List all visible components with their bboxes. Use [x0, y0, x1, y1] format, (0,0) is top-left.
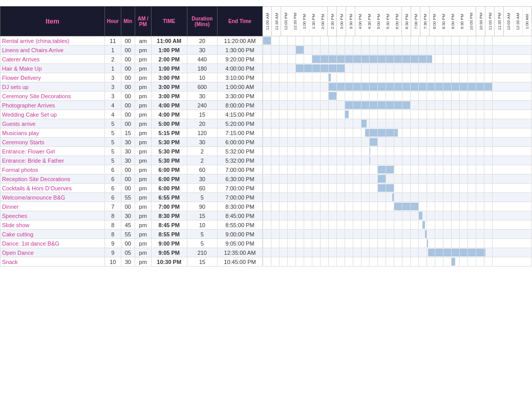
- gantt-cell-3: [263, 64, 532, 73]
- gantt-cell-24: [263, 257, 532, 267]
- gantt-col-19: 8:30 PM: [439, 7, 448, 36]
- gantt-cell-13: [263, 156, 532, 165]
- gantt-bar-14: [377, 166, 394, 173]
- gantt-bar-23: [428, 249, 485, 256]
- gantt-bar-17: [392, 193, 394, 201]
- table-row: Caterer Arrives200pm2:00 PM4409:20:00 PM: [1, 55, 532, 64]
- col-header-duration-mins-: Duration(Mins): [187, 7, 217, 36]
- gantt-col-21: 9:30 PM: [457, 7, 466, 36]
- gantt-bar-11: [369, 138, 377, 146]
- gantt-bar-18: [394, 203, 418, 210]
- gantt-cell-22: [263, 239, 532, 248]
- gantt-cell-2: [263, 55, 532, 64]
- gantt-col-5: 1:30 PM: [309, 7, 318, 36]
- gantt-col-3: 12:30 PM: [290, 7, 300, 36]
- gantt-bar-12: [369, 147, 370, 155]
- gantt-col-2: 12:00 PM: [281, 7, 290, 36]
- gantt-col-6: 2:00 PM: [318, 7, 327, 36]
- table-row: Guests arrive500pm5:00 PM205:20:00 PM: [1, 119, 532, 128]
- gantt-bar-22: [427, 239, 428, 247]
- gantt-bar-6: [328, 92, 336, 100]
- gantt-bar-4: [328, 74, 331, 81]
- gantt-cell-7: [263, 101, 532, 110]
- gantt-cell-20: [263, 221, 532, 230]
- col-header-end-time: End Time: [217, 7, 262, 36]
- gantt-col-13: 5:30 PM: [383, 7, 392, 36]
- gantt-col-27: 12:30 AM: [513, 7, 522, 36]
- header-section: [0, 0, 532, 6]
- gantt-bar-2: [312, 55, 432, 63]
- table-row: Cocktails & Hors D'Ouerves600pm6:00 PM60…: [1, 184, 532, 193]
- table-row: Entrance: Flower Girl530pm5:30 PM25:32:0…: [1, 147, 532, 156]
- gantt-cell-6: [263, 92, 532, 101]
- gantt-bar-7: [345, 101, 410, 109]
- gantt-col-11: 4:30 PM: [365, 7, 374, 36]
- gantt-col-16: 7:00 PM: [411, 7, 420, 36]
- table-row: Welcome/announce B&G655pm6:55 PM57:00:00…: [1, 193, 532, 202]
- gantt-col-28: 1:00 AM: [522, 7, 531, 36]
- gantt-cell-0: [263, 36, 532, 46]
- gantt-col-22: 10:00 PM: [466, 7, 476, 36]
- gantt-cell-1: [263, 46, 532, 55]
- gantt-cell-8: [263, 110, 532, 119]
- gantt-bar-21: [425, 230, 427, 238]
- gantt-cell-23: [263, 248, 532, 257]
- gantt-bar-13: [369, 157, 370, 164]
- gantt-col-17: 7:30 PM: [420, 7, 430, 36]
- gantt-cell-16: [263, 184, 532, 193]
- gantt-cell-15: [263, 174, 532, 184]
- gantt-cell-11: [263, 138, 532, 147]
- gantt-col-8: 3:00 PM: [337, 7, 346, 36]
- gantt-col-26: 12:00 AM: [504, 7, 513, 36]
- col-header-am-pm: AM / PM: [135, 7, 151, 36]
- table-row: DJ sets up300pm3:00 PM6001:00:00 AM: [1, 82, 532, 92]
- gantt-bar-10: [365, 129, 398, 137]
- table-row: Reception Site Decorations600pm6:00 PM30…: [1, 174, 532, 184]
- col-header-item: Item: [1, 7, 105, 36]
- gantt-col-18: 8:00 PM: [430, 7, 439, 36]
- gantt-bar-24: [451, 258, 455, 266]
- table-row: Photographer Arrives400pm4:00 PM2408:00:…: [1, 101, 532, 110]
- gantt-bar-8: [345, 111, 349, 118]
- table-row: Snack1030pm10:30 PM1510:45:00 PM: [1, 257, 532, 267]
- gantt-cell-18: [263, 202, 532, 211]
- gantt-cell-17: [263, 193, 532, 202]
- gantt-col-9: 3:30 PM: [346, 7, 355, 36]
- gantt-col-25: 11:30 PM: [495, 7, 504, 36]
- table-row: Cake cutting855pm8:55 PM59:00:00 PM: [1, 230, 532, 239]
- table-row: Rental arrive (china,tables)1100am11:00 …: [1, 36, 532, 46]
- gantt-cell-21: [263, 230, 532, 239]
- gantt-cell-10: [263, 128, 532, 138]
- table-row: Slide show845pm8:45 PM108:55:00 PM: [1, 221, 532, 230]
- table-row: Entrance: Bride & Father530pm5:30 PM25:3…: [1, 156, 532, 165]
- table-row: Ceremony Site Decorations300pm3:00 PM303…: [1, 92, 532, 101]
- gantt-cell-9: [263, 119, 532, 128]
- gantt-cell-5: [263, 82, 532, 92]
- gantt-col-0: 11:00 AM: [263, 7, 272, 36]
- schedule-table: ItemHourMinAM / PMTIMEDuration(Mins)End …: [0, 6, 532, 267]
- col-header-hour: Hour: [104, 7, 121, 36]
- table-row: Musicians play515pm5:15 PM1207:15:00 PM: [1, 128, 532, 138]
- gantt-cell-12: [263, 147, 532, 156]
- gantt-cell-14: [263, 165, 532, 174]
- gantt-cell-19: [263, 211, 532, 221]
- gantt-col-4: 1:00 PM: [300, 7, 309, 36]
- gantt-col-15: 6:30 PM: [402, 7, 411, 36]
- table-row: Dance: 1st dance B&G900pm9:00 PM59:05:00…: [1, 239, 532, 248]
- gantt-col-1: 11:30 AM: [272, 7, 281, 36]
- table-row: Formal photos600pm6:00 PM607:00:00 PM: [1, 165, 532, 174]
- table-row: Speeches830pm8:30 PM158:45:00 PM: [1, 211, 532, 221]
- table-row: Flower Delivery300pm3:00 PM103:10:00 PM: [1, 73, 532, 82]
- gantt-bar-19: [418, 212, 422, 219]
- gantt-bar-15: [377, 175, 386, 183]
- gantt-bar-20: [422, 221, 425, 229]
- gantt-bar-0: [263, 37, 271, 45]
- table-row: Wedding Cake Set up400pm4:00 PM154:15:00…: [1, 110, 532, 119]
- table-row: Open Dance905pm9:05 PM21012:35:00 AM: [1, 248, 532, 257]
- gantt-bar-1: [295, 46, 304, 54]
- gantt-col-10: 4:00 PM: [355, 7, 365, 36]
- table-row: Dinner700pm7:00 PM908:30:00 PM: [1, 202, 532, 211]
- gantt-col-12: 5:00 PM: [374, 7, 383, 36]
- gantt-cell-4: [263, 73, 532, 82]
- table-row: Hair & Make Up100pm1:00 PM1804:00:00 PM: [1, 64, 532, 73]
